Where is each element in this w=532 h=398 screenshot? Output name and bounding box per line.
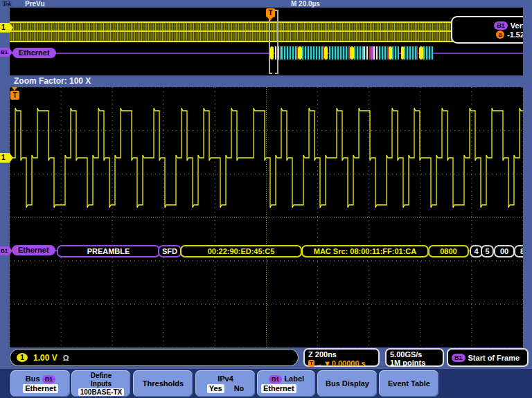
ethernet-packet-burst [269, 46, 433, 60]
b1-badge: B1 [494, 21, 508, 30]
bus-button-label: Bus [26, 374, 40, 383]
menu-button-define-inputs[interactable]: Define Inputs 100BASE-TX [71, 370, 130, 397]
zoom-scale: Z 200ns [308, 350, 375, 359]
vertical-badge-title: Vertical [511, 21, 523, 30]
decode-field: PREAMBLE [57, 245, 160, 257]
decode-field: 00:22:90:ED:45:C5 [180, 245, 302, 257]
zoom-timebase-readout: Z 200ns T→▼0.00000 s [303, 348, 380, 367]
burst-segment [354, 46, 364, 60]
ipv4-yes-option[interactable]: Yes [207, 384, 224, 393]
channel1-impedance-icon: Ω [63, 354, 69, 362]
decode-field: MAC Src: 08:00:11:FF:01:CA [301, 245, 429, 257]
b1-badge: B1 [452, 354, 466, 362]
bus-label-pill: Ethernet [12, 48, 56, 58]
sample-rate: 5.00GS/s [390, 350, 439, 359]
menu-button-thresholds[interactable]: Thresholds [133, 370, 193, 397]
zoom-window-bracket-right[interactable] [277, 10, 278, 74]
acquisition-readout: 5.00GS/s 1M points [385, 348, 444, 367]
burst-segment [329, 46, 348, 60]
burst-segment [281, 46, 296, 60]
trigger-icon: T [308, 360, 314, 367]
overview-window: Ethernet T B1Vertical a-1.52 div [10, 8, 523, 75]
zoom-center-icon: ▼ [323, 359, 331, 368]
menu-button-event-table[interactable]: Event Table [379, 370, 438, 397]
zoom-waveform-window: T PREAMBLESFD00:22:90:ED:45:C5MAC Src: 0… [10, 87, 523, 347]
decode-field: 5 [481, 245, 494, 257]
bus-label-pill: Ethernet [12, 245, 55, 255]
trigger-position-flag[interactable]: T [266, 8, 275, 17]
arrow-icon: → [315, 359, 323, 368]
burst-segment [404, 46, 416, 60]
thresholds-label: Thresholds [143, 379, 184, 388]
zoom-factor-label: Zoom Factor: 100 X [14, 76, 91, 87]
menu-button-ipv4[interactable]: IPv4 Yes No [195, 370, 255, 397]
channel1-scale-readout: 1 1.00 V Ω [10, 349, 299, 366]
main-timebase-readout: M 20.0µs [291, 0, 320, 8]
record-length: 1M points [390, 359, 439, 367]
decode-field: 00 [494, 245, 515, 257]
menu-button-bus[interactable]: BusB1 Ethernet [10, 370, 70, 397]
bus-baseline [10, 53, 523, 54]
define-inputs-value: 100BASE-TX [78, 388, 125, 396]
label-text: Label [284, 374, 304, 383]
zoom-delay-value: 0.00000 s [332, 359, 366, 368]
trigger-point-flag: T [10, 91, 19, 100]
b1-badge: B1 [269, 375, 283, 383]
acquisition-mode-label: PreVu [25, 0, 45, 8]
burst-segment [302, 46, 323, 60]
channel1-badge: 1 [17, 353, 28, 362]
bus-trigger-label: Start of Frame [468, 354, 520, 362]
vertical-badge-value: -1.52 div [507, 30, 523, 39]
tek-logo: Tek [2, 0, 11, 8]
bus-display-label: Bus Display [326, 379, 369, 388]
ipv4-no-option[interactable]: No [234, 384, 245, 393]
burst-segment [379, 46, 387, 60]
bus-selected-value: Ethernet [23, 384, 58, 393]
channel1-overview-waveform [10, 21, 523, 42]
b1-badge: B1 [42, 375, 56, 383]
decode-field: 84 [514, 245, 523, 257]
inputs-label: Inputs [91, 380, 112, 388]
multipurpose-knob-a-icon: a [496, 30, 504, 39]
ipv4-label: IPv4 [218, 374, 233, 383]
top-status-bar: Tek PreVu M 20.0µs [0, 0, 532, 8]
burst-segment [423, 46, 433, 60]
bottom-menu-bar: BusB1 Ethernet Define Inputs 100BASE-TX … [0, 369, 532, 398]
zoom-factor-bar: Zoom Factor: 100 X [0, 75, 532, 87]
oscilloscope-screen: { "header": { "logo": "Tek", "acq_mode":… [0, 0, 532, 398]
decode-field: 0800 [428, 245, 469, 257]
menu-button-bus-display[interactable]: Bus Display [317, 370, 377, 397]
burst-segment [364, 46, 369, 60]
define-label: Define [91, 372, 112, 379]
menu-button-b1-label[interactable]: B1Label Ethernet [257, 370, 315, 397]
b1-label-value: Ethernet [261, 384, 296, 393]
burst-segment [392, 46, 399, 60]
bus-trigger-readout: B1 Start of Frame [447, 348, 529, 367]
channel1-volts-per-div: 1.00 V [33, 353, 57, 363]
decode-field: SFD [158, 245, 181, 257]
burst-segment [373, 46, 379, 60]
mlt3-waveform-plot [10, 87, 523, 347]
event-table-label: Event Table [388, 379, 430, 388]
vertical-adjust-badge: B1Vertical a-1.52 div [451, 16, 523, 44]
